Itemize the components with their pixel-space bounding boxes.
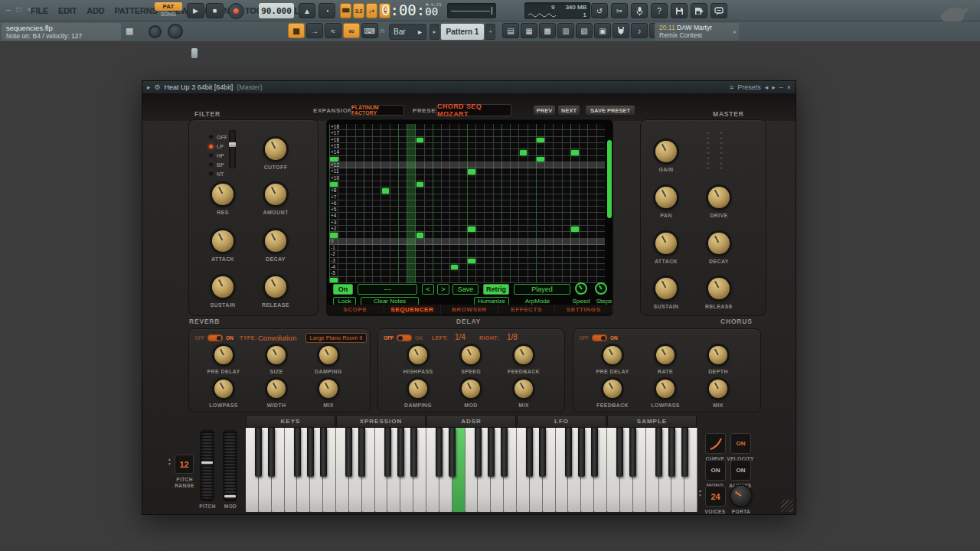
cut-icon[interactable]: ✂ <box>611 3 628 18</box>
depth-knob[interactable]: DEPTH <box>709 346 727 364</box>
sequencer-note[interactable] <box>330 233 338 237</box>
sequencer-note[interactable] <box>537 138 544 142</box>
export-icon[interactable] <box>691 3 707 18</box>
sequencer-note[interactable] <box>468 259 475 263</box>
piano-key-black[interactable] <box>565 428 572 477</box>
sequencer-note[interactable] <box>416 182 424 187</box>
link-icon[interactable]: ∞ <box>343 23 360 38</box>
tab-keys[interactable]: KEYS <box>246 415 335 428</box>
menu-patterns[interactable]: PATTERNS <box>115 6 158 15</box>
feedback-knob[interactable]: FEEDBACK <box>514 346 533 364</box>
filter-mode-nt[interactable]: NT <box>209 170 224 178</box>
snap-selector[interactable]: Bar ▸ <box>389 24 426 40</box>
down-arrow-icon[interactable]: ▼ <box>168 462 172 466</box>
typing-to-piano-icon[interactable]: ⌨ <box>340 3 351 18</box>
mix-knob[interactable]: MIX <box>709 380 727 398</box>
plugin-titlebar[interactable]: ▸ ⚙ Heat Up 3 64bit [64bit] (Master) ≡ P… <box>142 81 795 93</box>
seq-tab-settings[interactable]: SETTINGS <box>555 305 612 315</box>
piano-key-black[interactable] <box>320 428 327 477</box>
sequencer-note[interactable] <box>416 138 424 142</box>
mod-knob[interactable]: MOD <box>462 380 480 398</box>
piano-key-black[interactable] <box>294 428 301 477</box>
lowpass-knob[interactable]: LOWPASS <box>214 380 233 398</box>
decay-knob[interactable]: DECAY <box>265 230 286 252</box>
pan-knob[interactable]: PAN <box>655 187 677 208</box>
piano-key-black[interactable] <box>384 428 391 477</box>
reverb-type-value[interactable]: Convolution <box>258 334 296 342</box>
pre-delay-knob[interactable]: PRE DELAY <box>603 346 622 364</box>
piano-keyboard[interactable] <box>246 428 697 512</box>
sequencer-note[interactable] <box>571 227 579 231</box>
piano-key-black[interactable] <box>488 428 495 477</box>
velocity-toggle[interactable]: ON <box>730 433 751 454</box>
stop-button[interactable]: ■ <box>206 3 224 18</box>
seq-arpmode-label[interactable]: ArpMode <box>514 298 561 305</box>
sequencer-grid[interactable]: +18+17+16+15+14+13+12+11+10+9+8+7+6+5+4+… <box>329 124 605 283</box>
pat-mode[interactable]: PAT <box>155 2 182 11</box>
sequencer-note[interactable] <box>330 278 338 282</box>
reverb-toggle[interactable] <box>207 334 223 341</box>
seq-tab-sequencer[interactable]: SEQUENCER <box>384 305 442 315</box>
size-knob[interactable]: SIZE <box>267 346 286 364</box>
velocity-curve-button[interactable] <box>705 433 726 454</box>
pitch-range-spinner[interactable]: ▲ ▼ <box>168 458 172 466</box>
piano-key-black[interactable] <box>629 428 636 477</box>
playlist-icon[interactable]: ▤ <box>502 23 519 38</box>
mix-knob[interactable]: MIX <box>319 380 338 398</box>
preset-value[interactable]: CHORD SEQ MOZART <box>436 104 511 116</box>
always-toggle[interactable]: ON <box>730 460 751 481</box>
amount-knob[interactable]: AMOUNT <box>265 184 286 205</box>
cutoff-knob[interactable]: CUTOFF <box>265 139 286 160</box>
down-arrow-icon[interactable]: ▼ <box>698 494 702 497</box>
project-info-panel[interactable]: 20.11 DAW Martyr Remix Contest ▸ <box>655 23 739 41</box>
piano-key-black[interactable] <box>358 428 365 477</box>
headphones-icon[interactable]: ∩ <box>380 27 384 34</box>
tempo-display[interactable]: 90.000 <box>259 3 294 18</box>
play-button[interactable]: ▶ <box>187 3 204 18</box>
piano-key-black[interactable] <box>397 428 404 477</box>
expansion-value[interactable]: PLATINUM FACTORY <box>351 105 404 116</box>
highpass-knob[interactable]: HIGHPASS <box>409 346 427 364</box>
seq-tab-browser[interactable]: BROWSER <box>441 305 498 315</box>
keyboard-hint-icon[interactable]: ▦ <box>126 26 133 36</box>
piano-key-black[interactable] <box>681 428 688 477</box>
filter-mode-lp[interactable]: LP <box>209 142 224 150</box>
sequencer-note[interactable] <box>382 188 390 193</box>
shuffle-slider[interactable] <box>189 52 276 54</box>
piano-key-black[interactable] <box>539 428 546 477</box>
sequencer-scrollbar[interactable] <box>607 140 612 218</box>
resize-grip[interactable] <box>781 500 793 512</box>
sequencer-note[interactable] <box>571 150 579 155</box>
gear-icon[interactable]: ⚙ <box>155 83 161 91</box>
mic-icon[interactable] <box>631 3 648 18</box>
browser-icon[interactable]: ▧ <box>576 23 593 38</box>
voices-spinner[interactable]: ▲ ▼ <box>698 489 702 497</box>
piano-key-black[interactable] <box>268 428 275 477</box>
piano-key-black[interactable] <box>475 428 482 477</box>
feedback-knob[interactable]: FEEDBACK <box>603 380 622 398</box>
seq-played-mode[interactable]: Played <box>514 284 570 295</box>
piano-key-black[interactable] <box>255 428 262 477</box>
res-knob[interactable]: RES <box>212 184 234 205</box>
chat-icon[interactable] <box>710 3 727 18</box>
mono-toggle[interactable]: ON <box>705 460 726 481</box>
wait-input-icon[interactable]: ◔ <box>318 3 335 18</box>
piano-key-black[interactable] <box>449 428 456 477</box>
piano-key-black[interactable] <box>307 428 314 477</box>
filter-mode-hp[interactable]: HP <box>209 152 224 159</box>
piano-key-black[interactable] <box>526 428 533 477</box>
sequencer-note[interactable] <box>416 233 424 237</box>
sequencer-note[interactable] <box>468 227 475 231</box>
time-display[interactable]: 0:00:00 M:S:CS <box>381 2 438 18</box>
seq-tab-effects[interactable]: EFFECTS <box>498 305 556 315</box>
pattern-menu-button[interactable]: ▸ <box>430 24 439 40</box>
chorus-toggle[interactable] <box>592 334 607 341</box>
song-mode[interactable]: SONG <box>155 11 182 17</box>
piano-roll-icon[interactable]: ▦ <box>521 23 537 38</box>
seq-next-button[interactable]: > <box>437 284 449 295</box>
delay-right-value[interactable]: 1/8 <box>507 333 518 341</box>
filter-mode-off[interactable]: OFF <box>209 133 227 141</box>
sequencer-note[interactable] <box>451 265 459 269</box>
add-pattern-button[interactable]: + <box>485 24 495 40</box>
next-preset-button[interactable]: NEXT <box>557 105 580 116</box>
